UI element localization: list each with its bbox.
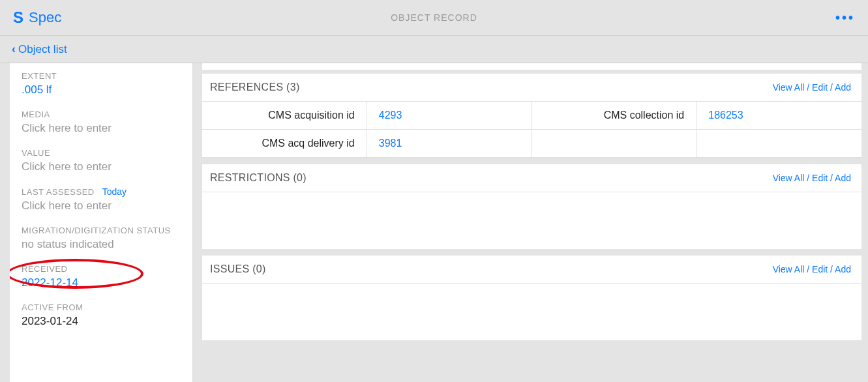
migration-status-value[interactable]: no status indicated (22, 238, 183, 251)
field-received: RECEIVED 2022-12-14 (22, 264, 183, 289)
media-input[interactable]: Click here to enter (22, 122, 183, 135)
field-value: VALUE Click here to enter (22, 148, 183, 173)
issues-body (202, 283, 861, 340)
ref-label: CMS acquisition id (202, 102, 367, 130)
ref-value (696, 130, 861, 158)
references-panel: REFERENCES (3) View All / Edit / Add CMS… (202, 74, 861, 158)
panel-title: RESTRICTIONS (0) (210, 172, 307, 184)
sidebar: EXTENT .005 lf MEDIA Click here to enter… (10, 63, 193, 382)
field-label: RECEIVED (22, 264, 183, 274)
active-from-value: 2023-01-24 (22, 315, 183, 328)
previous-panel-edge (202, 63, 861, 70)
restrictions-body (202, 192, 861, 249)
today-link[interactable]: Today (102, 186, 127, 197)
chevron-left-icon: ‹ (12, 42, 16, 56)
last-assessed-input[interactable]: Click here to enter (22, 199, 183, 213)
ref-value[interactable]: 4293 (367, 102, 532, 130)
issues-actions[interactable]: View All / Edit / Add (773, 264, 851, 274)
spec-logo-icon: S (13, 8, 23, 27)
field-label: VALUE (22, 148, 183, 158)
received-value[interactable]: 2022-12-14 (22, 276, 183, 289)
restrictions-panel: RESTRICTIONS (0) View All / Edit / Add (202, 164, 861, 249)
field-migration-status: MIGRATION/DIGITIZATION STATUS no status … (22, 226, 183, 251)
panel-header: ISSUES (0) View All / Edit / Add (202, 256, 861, 283)
top-header: S Spec OBJECT RECORD ••• (0, 0, 868, 36)
field-label: ACTIVE FROM (22, 302, 183, 312)
content-area: EXTENT .005 lf MEDIA Click here to enter… (0, 63, 868, 382)
ref-value[interactable]: 3981 (367, 130, 532, 158)
panel-header: RESTRICTIONS (0) View All / Edit / Add (202, 164, 861, 192)
field-extent: EXTENT .005 lf (22, 71, 183, 96)
panel-header: REFERENCES (3) View All / Edit / Add (202, 74, 861, 101)
more-menu-icon[interactable]: ••• (835, 10, 855, 25)
main-panel: REFERENCES (3) View All / Edit / Add CMS… (193, 63, 868, 382)
breadcrumb-bar: ‹ Object list (0, 36, 868, 63)
field-label: LAST ASSESSED Today (22, 186, 183, 197)
ref-label: CMS collection id (532, 102, 697, 130)
field-media: MEDIA Click here to enter (22, 110, 183, 135)
logo[interactable]: S Spec (13, 8, 61, 27)
field-label: MIGRATION/DIGITIZATION STATUS (22, 226, 183, 235)
panel-title: ISSUES (0) (210, 263, 266, 275)
page-title: OBJECT RECORD (391, 12, 477, 23)
field-active-from: ACTIVE FROM 2023-01-24 (22, 302, 183, 328)
ref-value[interactable]: 186253 (696, 102, 861, 130)
ref-label: CMS acq delivery id (202, 130, 367, 158)
app-name: Spec (29, 9, 61, 26)
value-input[interactable]: Click here to enter (22, 160, 183, 173)
issues-panel: ISSUES (0) View All / Edit / Add (202, 256, 861, 340)
field-label: EXTENT (22, 71, 183, 81)
breadcrumb-label: Object list (18, 43, 67, 56)
breadcrumb-back-link[interactable]: ‹ Object list (12, 42, 67, 56)
field-label: MEDIA (22, 110, 183, 119)
references-actions[interactable]: View All / Edit / Add (773, 82, 851, 93)
extent-value[interactable]: .005 lf (22, 83, 183, 96)
restrictions-actions[interactable]: View All / Edit / Add (773, 173, 851, 183)
label-text: LAST ASSESSED (22, 187, 95, 197)
panel-title: REFERENCES (3) (210, 81, 300, 93)
field-last-assessed: LAST ASSESSED Today Click here to enter (22, 186, 183, 213)
references-table: CMS acquisition id 4293 CMS collection i… (202, 101, 861, 158)
ref-label (532, 130, 697, 158)
